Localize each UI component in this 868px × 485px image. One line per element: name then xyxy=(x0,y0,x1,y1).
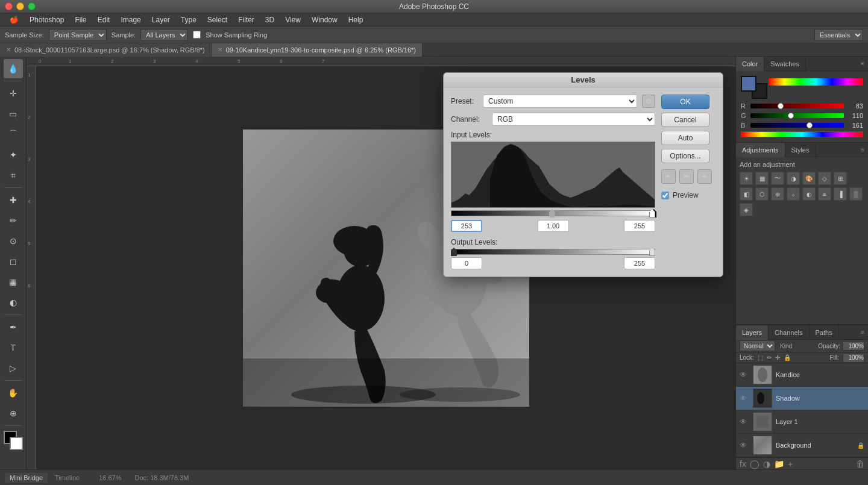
mini-bridge-button[interactable]: Mini Bridge xyxy=(5,473,48,483)
sample-size-select[interactable]: Point Sample xyxy=(49,29,107,41)
opacity-input[interactable] xyxy=(843,341,864,351)
layers-panel-menu[interactable]: ≡ xyxy=(857,329,868,336)
tool-eraser[interactable]: ◻ xyxy=(4,252,23,271)
sample-midtones-eyedropper[interactable]: ✒ xyxy=(679,169,694,184)
layer-eye-layer1[interactable]: 👁 xyxy=(740,418,749,426)
document-tab-2[interactable]: ✕ 09-10KandiceLynn19-306-to-composite.ps… xyxy=(212,43,423,57)
tool-eyedropper[interactable]: 💧 xyxy=(4,59,23,78)
menu-select[interactable]: Select xyxy=(203,14,232,25)
layer-item-kandice[interactable]: 👁 Kandice xyxy=(736,363,868,387)
adj-vibrance[interactable]: 🎨 xyxy=(802,172,816,185)
adj-invert[interactable]: ◐ xyxy=(802,187,816,201)
layer-eye-kandice[interactable]: 👁 xyxy=(740,371,749,379)
lock-image-icon[interactable]: ✏ xyxy=(767,354,772,361)
preview-checkbox[interactable] xyxy=(661,192,669,199)
cancel-button[interactable]: Cancel xyxy=(661,113,709,127)
menu-type[interactable]: Type xyxy=(176,14,201,25)
tool-healing[interactable]: ✚ xyxy=(4,190,23,210)
tool-type[interactable]: T xyxy=(4,338,23,357)
adj-threshold[interactable]: ▐ xyxy=(834,187,847,201)
document-tab-1[interactable]: ✕ 08-iStock_000011057163Large.psd @ 16.7… xyxy=(0,43,212,57)
fill-input[interactable] xyxy=(843,353,864,363)
tab-channels[interactable]: Channels xyxy=(769,325,809,340)
fg-color-swatch[interactable] xyxy=(741,76,756,92)
adj-black-white[interactable]: ◧ xyxy=(740,187,753,201)
adj-panel-menu[interactable]: ≡ xyxy=(857,146,868,153)
layer-eye-shadow[interactable]: 👁 xyxy=(740,394,749,402)
output-white-input[interactable] xyxy=(624,257,655,269)
add-layer-style-button[interactable]: fx xyxy=(740,459,746,469)
menu-image[interactable]: Image xyxy=(116,14,145,25)
menu-filter[interactable]: Filter xyxy=(233,14,259,25)
sample-highlights-eyedropper[interactable]: ✒ xyxy=(697,169,712,184)
layer-item-background[interactable]: 👁 Background 🔒 xyxy=(736,434,868,457)
tool-hand[interactable]: ✋ xyxy=(4,383,23,402)
color-swatches[interactable] xyxy=(4,431,23,450)
essentials-select[interactable]: Essentials xyxy=(814,29,863,41)
adj-channel-mixer[interactable]: ⊕ xyxy=(771,187,784,201)
tool-shape[interactable]: ▷ xyxy=(4,358,23,378)
sample-select[interactable]: All Layers xyxy=(140,29,188,41)
r-slider-thumb[interactable] xyxy=(778,103,784,109)
auto-button[interactable]: Auto xyxy=(661,131,709,145)
background-color[interactable] xyxy=(10,437,23,450)
minimize-button[interactable] xyxy=(16,2,24,10)
tab-adjustments[interactable]: Adjustments xyxy=(736,143,785,157)
create-fill-layer-button[interactable]: ◑ xyxy=(763,459,770,469)
menu-window[interactable]: Window xyxy=(307,14,342,25)
adj-brightness[interactable]: ☀ xyxy=(740,172,753,185)
window-controls[interactable] xyxy=(5,2,36,10)
menu-view[interactable]: View xyxy=(280,14,306,25)
tab-color[interactable]: Color xyxy=(736,57,764,71)
lock-transparent-icon[interactable]: ⬚ xyxy=(758,354,763,361)
adj-selective-color[interactable]: ◈ xyxy=(740,203,753,216)
tool-lasso[interactable]: ⌒ xyxy=(4,125,23,144)
tab-swatches[interactable]: Swatches xyxy=(764,57,806,71)
adj-color-balance[interactable]: ⊞ xyxy=(834,172,847,185)
lock-all-icon[interactable]: 🔒 xyxy=(784,354,791,361)
tool-dodge[interactable]: ◐ xyxy=(4,293,23,312)
color-panel-menu[interactable]: ≡ xyxy=(857,60,868,67)
menu-photoshop[interactable]: Photoshop xyxy=(25,14,69,25)
menu-edit[interactable]: Edit xyxy=(93,14,115,25)
tool-crop[interactable]: ⌗ xyxy=(4,166,23,185)
sample-shadows-eyedropper[interactable]: ✒ xyxy=(661,169,676,184)
black-point-input[interactable] xyxy=(451,220,482,232)
channel-select[interactable]: RGB Red Green Blue xyxy=(492,113,655,126)
tool-gradient[interactable]: ▦ xyxy=(4,272,23,292)
white-point-input[interactable] xyxy=(624,220,655,232)
g-slider-thumb[interactable] xyxy=(788,113,794,119)
tool-zoom[interactable]: ⊕ xyxy=(4,404,23,423)
ok-button[interactable]: OK xyxy=(661,95,709,109)
timeline-button[interactable]: Timeline xyxy=(55,474,80,481)
tab-paths[interactable]: Paths xyxy=(810,325,839,340)
adj-color-lookup[interactable]: ⬦ xyxy=(787,187,800,201)
hue-bar[interactable] xyxy=(741,131,863,137)
tool-move[interactable]: ✛ xyxy=(4,84,23,103)
color-spectrum-bar[interactable] xyxy=(769,78,863,86)
adj-posterize[interactable]: ≡ xyxy=(818,187,831,201)
levels-dialog[interactable]: Levels Preset: Custom Default Darker Inc… xyxy=(443,72,723,277)
layer-eye-background[interactable]: 👁 xyxy=(740,441,749,449)
tool-magic-wand[interactable]: ✦ xyxy=(4,145,23,164)
adj-photo-filter[interactable]: ⬡ xyxy=(755,187,769,201)
tab-styles[interactable]: Styles xyxy=(785,143,816,157)
tab-close-2[interactable]: ✕ xyxy=(218,46,222,53)
preset-select[interactable]: Custom Default Darker Increase Contrast … xyxy=(483,95,637,108)
blend-mode-select[interactable]: Normal xyxy=(740,340,775,351)
menu-3d[interactable]: 3D xyxy=(260,14,279,25)
layer-item-layer1[interactable]: 👁 Layer 1 xyxy=(736,410,868,434)
layer-item-shadow[interactable]: 👁 Shadow xyxy=(736,387,868,410)
show-sampling-ring-checkbox[interactable] xyxy=(193,31,201,39)
adj-levels[interactable]: ▦ xyxy=(755,172,769,185)
adj-gradient-map[interactable]: ▒ xyxy=(849,187,863,201)
close-button[interactable] xyxy=(5,2,13,10)
b-slider-thumb[interactable] xyxy=(807,122,813,128)
create-group-button[interactable]: 📁 xyxy=(774,459,784,469)
delete-layer-button[interactable]: 🗑 xyxy=(856,459,864,469)
menu-apple[interactable]: 🍎 xyxy=(5,14,24,25)
output-black-input[interactable] xyxy=(451,257,482,269)
maximize-button[interactable] xyxy=(28,2,36,10)
tab-close-1[interactable]: ✕ xyxy=(6,46,11,53)
adj-hue-sat[interactable]: ◇ xyxy=(818,172,831,185)
